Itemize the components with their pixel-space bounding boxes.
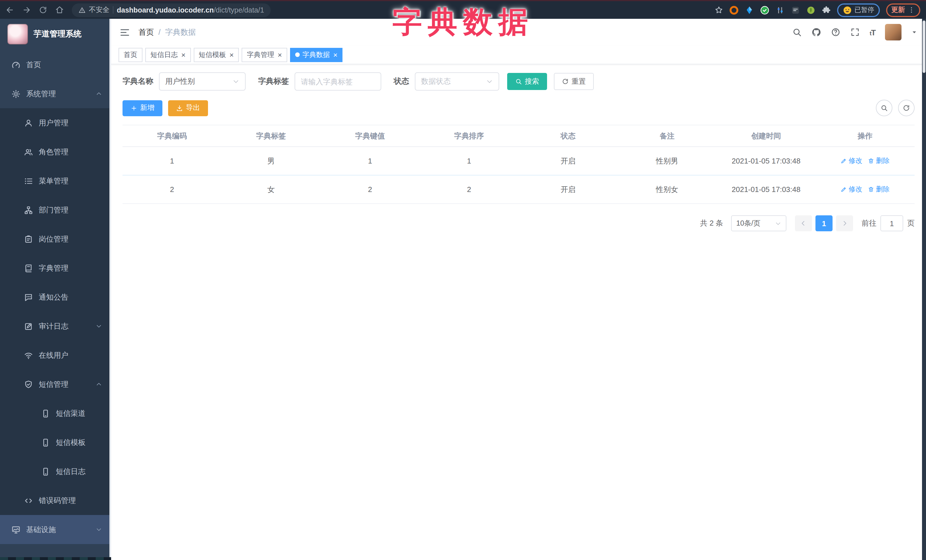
warning-icon bbox=[79, 6, 85, 14]
scrollbar-track[interactable] bbox=[922, 19, 926, 560]
sidebar-item-5[interactable]: 部门管理 bbox=[0, 195, 111, 225]
status-select[interactable]: 数据状态 bbox=[415, 72, 499, 91]
edit-icon bbox=[841, 158, 847, 164]
close-icon[interactable]: × bbox=[333, 51, 337, 58]
next-page-button[interactable] bbox=[836, 215, 853, 231]
sidebar-item-1[interactable]: 系统管理 bbox=[0, 79, 111, 108]
collapse-sidebar-icon[interactable] bbox=[120, 27, 130, 37]
sidebar-item-16[interactable]: 基础设施 bbox=[0, 515, 111, 544]
table-cell: 开启 bbox=[519, 175, 618, 203]
row-actions: 修改 删除 bbox=[816, 147, 915, 175]
search-icon[interactable] bbox=[792, 27, 802, 37]
column-header: 创建时间 bbox=[717, 125, 816, 146]
sidebar-item-14[interactable]: 短信日志 bbox=[0, 457, 111, 486]
extension-kite-icon[interactable] bbox=[744, 5, 754, 15]
dict-name-select[interactable]: 用户性别 bbox=[159, 72, 246, 91]
sidebar-item-10[interactable]: 在线用户 bbox=[0, 341, 111, 370]
extensions-puzzle-icon[interactable] bbox=[822, 5, 831, 15]
close-icon[interactable]: × bbox=[181, 51, 186, 58]
extension-check-icon[interactable] bbox=[760, 5, 769, 15]
dict-tag-input[interactable] bbox=[295, 72, 381, 91]
shield-check-icon bbox=[24, 380, 33, 389]
page-unit-label: 页 bbox=[907, 218, 915, 228]
search-button-label: 搜索 bbox=[525, 77, 539, 86]
table-cell: 男 bbox=[222, 147, 321, 175]
sidebar-item-15[interactable]: 错误码管理 bbox=[0, 486, 111, 515]
status-label: 状态 bbox=[394, 76, 409, 87]
browser-menu-icon[interactable] bbox=[908, 6, 915, 14]
table-settings bbox=[876, 100, 915, 116]
chevron-down-icon bbox=[96, 527, 102, 533]
sidebar-item-4[interactable]: 菜单管理 bbox=[0, 166, 111, 195]
delete-link[interactable]: 删除 bbox=[868, 156, 890, 166]
page-number-button[interactable]: 1 bbox=[816, 215, 832, 231]
chevron-down-icon bbox=[96, 323, 102, 329]
table-cell: 开启 bbox=[519, 147, 618, 175]
table-cell: 1 bbox=[420, 147, 519, 175]
url-bar[interactable]: 不安全 dashboard.yudao.iocoder.cn/dict/type… bbox=[72, 3, 271, 17]
tab-3[interactable]: 字典管理 × bbox=[242, 48, 287, 62]
breadcrumb: 首页 / 字典数据 bbox=[138, 27, 196, 37]
prev-page-button[interactable] bbox=[795, 215, 812, 231]
table-body: 1男11开启性别男2021-01-05 17:03:48 修改 删除 2女22开… bbox=[123, 147, 915, 204]
online-icon bbox=[24, 351, 33, 360]
row-actions: 修改 删除 bbox=[816, 175, 915, 203]
breadcrumb-home[interactable]: 首页 bbox=[138, 27, 154, 37]
fullscreen-icon[interactable] bbox=[850, 27, 860, 37]
scrollbar-thumb[interactable] bbox=[923, 21, 925, 73]
close-icon[interactable]: × bbox=[277, 51, 282, 58]
sidebar-item-9[interactable]: 审计日志 bbox=[0, 312, 111, 341]
font-size-icon[interactable]: tT bbox=[870, 28, 875, 37]
toggle-search-button[interactable] bbox=[876, 100, 893, 116]
extension-leaf-icon[interactable] bbox=[806, 5, 815, 15]
reset-button[interactable]: 重置 bbox=[554, 73, 594, 90]
column-header: 备注 bbox=[618, 125, 717, 146]
sidebar-item-12[interactable]: 短信渠道 bbox=[0, 399, 111, 428]
forward-icon[interactable] bbox=[22, 6, 31, 14]
home-icon[interactable] bbox=[55, 6, 64, 14]
url-text: dashboard.yudao.iocoder.cn/dict/type/dat… bbox=[117, 6, 264, 14]
edit-link[interactable]: 修改 bbox=[841, 156, 862, 166]
bookmark-star-icon[interactable] bbox=[714, 6, 723, 14]
tab-1[interactable]: 短信日志 × bbox=[145, 48, 191, 62]
user-icon bbox=[24, 118, 33, 127]
close-icon[interactable]: × bbox=[229, 51, 234, 58]
back-icon[interactable] bbox=[6, 6, 14, 14]
add-button[interactable]: 新增 bbox=[123, 100, 162, 116]
reload-icon[interactable] bbox=[39, 6, 47, 14]
refresh-table-button[interactable] bbox=[898, 100, 915, 116]
github-icon[interactable] bbox=[811, 27, 821, 37]
sidebar-item-3[interactable]: 角色管理 bbox=[0, 137, 111, 166]
profile-paused-pill[interactable]: 已暂停 bbox=[837, 3, 880, 17]
sidebar-item-2[interactable]: 用户管理 bbox=[0, 108, 111, 137]
help-icon[interactable] bbox=[831, 27, 841, 37]
table-cell: 2 bbox=[420, 175, 519, 203]
tab-4[interactable]: 字典数据 × bbox=[290, 48, 343, 62]
user-avatar[interactable] bbox=[885, 24, 902, 41]
table-cell: 2021-01-05 17:03:48 bbox=[717, 147, 816, 175]
page-size-select[interactable]: 10条/页 bbox=[731, 215, 787, 231]
sidebar-item-8[interactable]: 通知公告 bbox=[0, 282, 111, 312]
sidebar-item-11[interactable]: 短信管理 bbox=[0, 370, 111, 399]
logo[interactable]: 芋道管理系统 bbox=[0, 21, 111, 48]
search-button[interactable]: 搜索 bbox=[507, 73, 547, 90]
sidebar-item-7[interactable]: 字典管理 bbox=[0, 254, 111, 282]
refresh-icon bbox=[903, 104, 910, 112]
tab-2[interactable]: 短信模板 × bbox=[194, 48, 239, 62]
sidebar-item-label: 用户管理 bbox=[39, 118, 68, 128]
tab-0[interactable]: 首页 bbox=[118, 48, 142, 62]
extension-switch-icon[interactable] bbox=[791, 5, 800, 15]
extension-orange-icon[interactable] bbox=[729, 5, 738, 15]
delete-link[interactable]: 删除 bbox=[868, 184, 890, 194]
extension-sliders-icon[interactable] bbox=[775, 5, 784, 15]
search-icon bbox=[881, 104, 888, 112]
goto-page-input[interactable] bbox=[881, 215, 903, 231]
sidebar-item-6[interactable]: 岗位管理 bbox=[0, 225, 111, 254]
edit-link[interactable]: 修改 bbox=[841, 184, 862, 194]
update-button[interactable]: 更新 bbox=[886, 3, 920, 17]
sidebar-item-13[interactable]: 短信模板 bbox=[0, 428, 111, 457]
active-tab-dot bbox=[295, 53, 300, 57]
chevron-down-icon[interactable] bbox=[911, 29, 917, 35]
sidebar-item-0[interactable]: 首页 bbox=[0, 50, 111, 79]
export-button[interactable]: 导出 bbox=[168, 100, 208, 116]
